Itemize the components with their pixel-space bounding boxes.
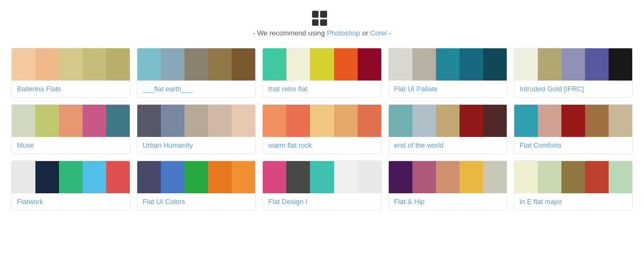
palette-swatches — [514, 161, 632, 193]
color-swatch — [514, 161, 538, 193]
palette-name[interactable]: ___flat earth___ — [137, 81, 255, 97]
color-swatch — [412, 48, 436, 81]
color-swatch — [59, 48, 83, 81]
palette-swatches — [137, 161, 255, 193]
color-swatch — [184, 105, 208, 137]
color-swatch — [286, 48, 310, 81]
color-swatch — [585, 105, 609, 137]
color-swatch — [161, 161, 184, 193]
color-swatch — [538, 48, 561, 81]
palette-card[interactable]: that retro flat — [262, 48, 381, 98]
color-swatch — [137, 161, 161, 193]
corel-link[interactable]: Corel — [370, 29, 387, 37]
color-swatch — [334, 161, 358, 193]
palette-swatches — [389, 105, 507, 137]
color-swatch — [334, 48, 358, 81]
color-swatch — [514, 105, 538, 137]
palette-swatches — [12, 48, 130, 81]
palette-name[interactable]: end of the world — [389, 137, 507, 154]
photoshop-link[interactable]: Photoshop — [327, 29, 360, 37]
palette-card[interactable]: Flat Design I — [262, 161, 381, 210]
color-swatch — [12, 105, 35, 137]
color-swatch — [436, 105, 460, 137]
palette-swatches — [389, 161, 507, 193]
color-swatch — [208, 161, 232, 193]
palette-card[interactable]: Muse — [11, 104, 130, 154]
color-swatch — [263, 161, 286, 193]
color-swatch — [137, 105, 161, 137]
palette-name[interactable]: Flat Design I — [263, 193, 381, 210]
page-title — [11, 11, 633, 26]
color-swatch — [585, 161, 609, 193]
color-swatch — [208, 48, 232, 81]
palette-name[interactable]: Ballerina Flats — [12, 81, 130, 97]
palette-card[interactable]: end of the world — [388, 104, 507, 154]
palette-card[interactable]: warm flat rock — [262, 104, 381, 154]
palette-swatches — [137, 105, 255, 137]
color-swatch — [460, 48, 483, 81]
color-swatch — [12, 48, 35, 81]
color-swatch — [35, 48, 59, 81]
color-swatch — [460, 105, 483, 137]
color-swatch — [310, 105, 334, 137]
palette-card[interactable]: Flat & Hip — [388, 161, 507, 210]
palette-card[interactable]: Ballerina Flats — [11, 48, 130, 98]
color-swatch — [483, 105, 507, 137]
color-swatch — [585, 48, 609, 81]
palette-name[interactable]: warm flat rock — [263, 137, 381, 154]
palette-card[interactable]: in E flat major — [514, 161, 633, 210]
palette-card[interactable]: Flat Comforts — [514, 104, 633, 154]
palette-swatches — [263, 105, 381, 137]
color-swatch — [609, 161, 632, 193]
palette-name[interactable]: in E flat major — [514, 193, 632, 210]
palette-name[interactable]: Urban Humanity — [137, 137, 255, 154]
color-swatch — [83, 105, 106, 137]
color-swatch — [232, 105, 255, 137]
color-swatch — [561, 161, 585, 193]
palette-name[interactable]: Flat UI Pallate — [389, 81, 507, 97]
color-swatch — [286, 161, 310, 193]
color-swatch — [106, 105, 130, 137]
palette-name[interactable]: Flat Comforts — [514, 137, 632, 154]
color-swatch — [358, 48, 381, 81]
palette-card[interactable]: Intruded Gold [IFRC] — [514, 48, 633, 98]
color-swatch — [161, 48, 184, 81]
color-swatch — [436, 48, 460, 81]
palette-card[interactable]: Flat UI Colors — [137, 161, 256, 210]
color-swatch — [358, 161, 381, 193]
color-swatch — [310, 161, 334, 193]
palette-name[interactable]: Flatwork — [12, 193, 130, 210]
color-swatch — [389, 105, 412, 137]
color-swatch — [389, 48, 412, 81]
color-swatch — [106, 48, 130, 81]
palette-swatches — [389, 48, 507, 81]
color-swatch — [334, 105, 358, 137]
palette-card[interactable]: ___flat earth___ — [137, 48, 256, 98]
color-swatch — [208, 105, 232, 137]
palette-name[interactable]: Flat UI Colors — [137, 193, 255, 210]
palette-name[interactable]: Flat & Hip — [389, 193, 507, 210]
color-swatch — [35, 105, 59, 137]
palette-name[interactable]: Muse — [12, 137, 130, 154]
palette-swatches — [263, 161, 381, 193]
color-swatch — [286, 105, 310, 137]
color-swatch — [561, 48, 585, 81]
palette-card[interactable]: Flat UI Pallate — [388, 48, 507, 98]
color-swatch — [12, 161, 35, 193]
palette-swatches — [514, 48, 632, 81]
palette-card[interactable]: Flatwork — [11, 161, 130, 210]
palette-name[interactable]: Intruded Gold [IFRC] — [514, 81, 632, 97]
color-swatch — [83, 48, 106, 81]
color-swatch — [184, 161, 208, 193]
palette-swatches — [137, 48, 255, 81]
color-swatch — [561, 105, 585, 137]
recommendation-text: - We recommend using Photoshop or Corel … — [11, 29, 633, 37]
palette-name[interactable]: that retro flat — [263, 81, 381, 97]
color-swatch — [232, 161, 255, 193]
palette-grid: Ballerina Flats___flat earth___that retr… — [11, 48, 633, 210]
palette-swatches — [12, 161, 130, 193]
color-swatch — [538, 105, 561, 137]
color-swatch — [483, 161, 507, 193]
color-swatch — [389, 161, 412, 193]
palette-card[interactable]: Urban Humanity — [137, 104, 256, 154]
